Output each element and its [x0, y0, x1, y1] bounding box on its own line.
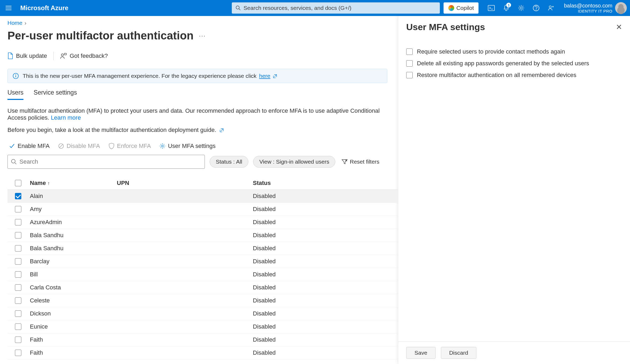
table-row[interactable]: BillDisabled [7, 268, 398, 281]
cloud-shell-icon[interactable] [484, 0, 499, 16]
settings-icon[interactable] [514, 0, 529, 16]
mfa-settings-panel: User MFA settings ✕ Require selected use… [398, 16, 630, 364]
global-search[interactable] [232, 2, 440, 14]
table-row[interactable]: BarclayDisabled [7, 255, 398, 268]
view-filter-pill[interactable]: View : Sign-in allowed users [253, 156, 335, 168]
chevron-right-icon: › [25, 20, 26, 26]
row-checkbox[interactable] [15, 297, 21, 304]
row-checkbox[interactable] [15, 337, 21, 343]
bulk-update-label: Bulk update [16, 52, 47, 59]
deployment-guide-link[interactable]: multifactor authentication deployment gu… [101, 127, 216, 133]
row-checkbox[interactable] [15, 206, 21, 212]
banner-link[interactable]: here [259, 73, 270, 79]
status-filter-pill[interactable]: Status : All [210, 156, 248, 168]
info-icon [13, 73, 19, 79]
header-upn[interactable]: UPN [117, 180, 129, 186]
bulk-update-button[interactable]: Bulk update [7, 52, 47, 59]
global-search-input[interactable] [244, 5, 436, 11]
table-row[interactable]: Carla CostaDisabled [7, 281, 398, 294]
breadcrumb-home[interactable]: Home [7, 20, 22, 26]
option-delete-app-passwords[interactable]: Delete all existing app passwords genera… [406, 60, 622, 67]
table-row[interactable]: AlainDisabled [7, 190, 398, 203]
table-row[interactable]: Bala SandhuDisabled [7, 242, 398, 255]
description-1: Use multifactor authentication (MFA) to … [7, 107, 398, 121]
tabs: Users Service settings [7, 89, 398, 100]
panel-title: User MFA settings [406, 22, 485, 32]
svg-line-14 [59, 144, 63, 148]
banner-text: This is the new per-user MFA management … [23, 73, 257, 79]
row-checkbox[interactable] [15, 350, 21, 356]
tab-users[interactable]: Users [7, 89, 23, 100]
reset-filters-button[interactable]: Reset filters [342, 159, 379, 165]
feedback-icon[interactable] [544, 0, 559, 16]
row-name: Bill [30, 271, 38, 278]
copilot-button[interactable]: Copilot [444, 2, 479, 14]
header-name[interactable]: Name [30, 180, 46, 186]
svg-point-4 [520, 7, 522, 9]
enable-mfa-button[interactable]: Enable MFA [7, 141, 51, 151]
sort-asc-icon: ↑ [47, 181, 50, 186]
brand-label[interactable]: Microsoft Azure [20, 4, 68, 12]
table-row[interactable]: EuniceDisabled [7, 320, 398, 333]
checkbox-restore-mfa[interactable] [406, 72, 413, 78]
svg-point-12 [15, 74, 16, 75]
row-status: Disabled [253, 206, 276, 212]
row-checkbox[interactable] [15, 284, 21, 291]
hamburger-menu[interactable] [3, 3, 14, 13]
row-checkbox[interactable] [15, 323, 21, 330]
row-status: Disabled [253, 258, 276, 265]
row-checkbox[interactable] [15, 310, 21, 317]
learn-more-link[interactable]: Learn more [51, 114, 81, 121]
discard-button[interactable]: Discard [441, 347, 476, 359]
svg-rect-9 [64, 53, 66, 55]
row-checkbox[interactable] [15, 271, 21, 278]
save-button[interactable]: Save [406, 347, 436, 359]
header-status[interactable]: Status [253, 180, 271, 186]
row-status: Disabled [253, 245, 276, 252]
row-checkbox[interactable] [15, 258, 21, 265]
select-all-checkbox[interactable] [15, 180, 21, 186]
row-status: Disabled [253, 349, 276, 356]
help-icon[interactable] [529, 0, 544, 16]
row-checkbox[interactable] [15, 245, 21, 252]
table-row[interactable]: FaithDisabled [7, 346, 398, 359]
user-mfa-settings-button[interactable]: User MFA settings [158, 141, 217, 151]
shield-icon [109, 143, 114, 149]
copilot-label: Copilot [456, 5, 474, 11]
row-name: Celeste [30, 297, 50, 304]
row-checkbox[interactable] [15, 219, 21, 225]
table-row[interactable]: Bala SandhuDisabled [7, 229, 398, 242]
svg-point-7 [549, 6, 551, 8]
users-table: Name↑ UPN Status AlainDisabledAmyDisable… [7, 177, 398, 359]
svg-point-6 [536, 10, 536, 10]
row-checkbox[interactable] [15, 193, 21, 199]
table-row[interactable]: CelesteDisabled [7, 294, 398, 307]
row-name: Dickson [30, 310, 51, 317]
option-require-contact[interactable]: Require selected users to provide contac… [406, 48, 622, 55]
table-row[interactable]: DicksonDisabled [7, 307, 398, 320]
disable-mfa-button: Disable MFA [57, 141, 102, 151]
user-search-box[interactable] [7, 155, 205, 169]
table-row[interactable]: FaithDisabled [7, 333, 398, 346]
row-name: AzureAdmin [30, 219, 62, 225]
option-restore-mfa[interactable]: Restore multifactor authentication on al… [406, 72, 622, 79]
external-link-icon [273, 74, 277, 78]
table-row[interactable]: AmyDisabled [7, 203, 398, 216]
row-status: Disabled [253, 310, 276, 317]
user-search-input[interactable] [19, 158, 201, 165]
table-row[interactable]: AzureAdminDisabled [7, 216, 398, 229]
close-panel-button[interactable]: ✕ [616, 23, 622, 31]
account-block[interactable]: balas@contoso.com IDENTITY IT PRO [564, 3, 612, 13]
checkbox-require-contact[interactable] [406, 48, 413, 55]
avatar[interactable] [615, 2, 627, 14]
feedback-button[interactable]: Got feedback? [60, 52, 108, 59]
feedback-label: Got feedback? [70, 52, 108, 59]
topbar: Microsoft Azure Copilot 1 balas@contoso.… [0, 0, 630, 16]
svg-line-17 [15, 163, 16, 164]
notifications-icon[interactable]: 1 [499, 0, 514, 16]
more-actions-button[interactable]: ··· [199, 32, 206, 39]
tab-service-settings[interactable]: Service settings [34, 89, 77, 100]
checkbox-delete-app-passwords[interactable] [406, 60, 413, 67]
row-status: Disabled [253, 284, 276, 291]
row-checkbox[interactable] [15, 232, 21, 238]
